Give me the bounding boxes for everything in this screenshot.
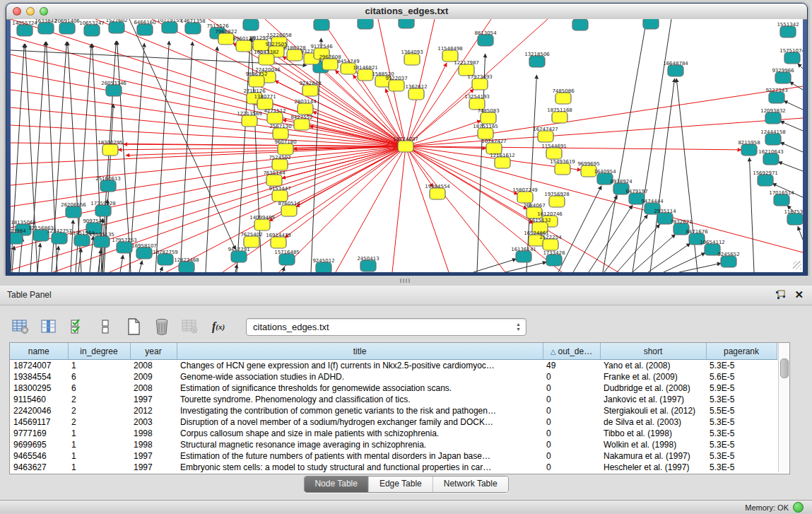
graph-node[interactable] xyxy=(11,233,23,244)
table-cell[interactable]: de Silva et al. (2003) xyxy=(600,416,706,428)
graph-node[interactable] xyxy=(572,19,588,30)
graph-edge[interactable] xyxy=(120,255,123,272)
graph-node[interactable] xyxy=(314,19,329,30)
graph-node[interactable] xyxy=(117,242,132,253)
delete-entries-button[interactable] xyxy=(151,316,172,337)
graph-node[interactable] xyxy=(231,251,247,262)
graph-node[interactable] xyxy=(266,175,282,186)
table-cell[interactable]: 2003 xyxy=(130,416,177,428)
graph-node[interactable] xyxy=(279,254,295,265)
table-cell[interactable]: Stergiakouli et al. (2012) xyxy=(600,405,706,416)
table-cell[interactable]: Structural magnetic resonance image aver… xyxy=(177,439,543,450)
function-builder-button[interactable]: f(x) xyxy=(208,316,229,337)
graph-node[interactable] xyxy=(775,72,791,83)
graph-edge[interactable] xyxy=(406,146,741,150)
table-cell[interactable]: 5.3E-5 xyxy=(706,439,777,450)
table-cell[interactable]: 1998 xyxy=(130,428,177,439)
table-row[interactable]: 1830029562008Estimation of significance … xyxy=(10,382,777,394)
table-cell[interactable]: 2008 xyxy=(130,360,177,372)
table-cell[interactable]: Estimation of the future numbers of pati… xyxy=(177,450,543,462)
graph-node[interactable] xyxy=(408,88,424,100)
table-cell[interactable]: 1 xyxy=(68,462,130,473)
graph-node[interactable] xyxy=(66,206,81,218)
table-cell[interactable]: 19384554 xyxy=(10,371,68,382)
graph-node[interactable] xyxy=(158,254,173,265)
graph-edge[interactable] xyxy=(778,162,803,171)
table-cell[interactable]: 2009 xyxy=(130,371,177,382)
graph-node[interactable] xyxy=(272,190,288,201)
tab-edge-table[interactable]: Edge Table xyxy=(369,477,433,492)
table-cell[interactable]: 14569117 xyxy=(10,416,68,428)
memory-ok-indicator-icon[interactable] xyxy=(793,502,804,513)
graph-edge[interactable] xyxy=(37,243,40,272)
vertical-scrollbar[interactable] xyxy=(778,343,789,472)
column-header-short[interactable]: short xyxy=(600,343,706,360)
table-cell[interactable]: 1 xyxy=(68,450,130,462)
graph-edge[interactable] xyxy=(392,146,406,272)
panel-splitter[interactable] xyxy=(0,276,812,286)
graph-node[interactable] xyxy=(136,247,152,259)
table-row[interactable]: 969969511998Structural magnetic resonanc… xyxy=(10,439,777,450)
column-header-title[interactable]: title xyxy=(177,343,543,360)
graph-edge[interactable] xyxy=(604,215,647,272)
table-cell[interactable]: 5.3E-5 xyxy=(706,360,777,372)
table-cell[interactable]: 6 xyxy=(68,371,130,382)
graph-node[interactable] xyxy=(59,23,75,34)
table-cell[interactable]: Jankovic et al. (1997) xyxy=(600,394,706,405)
graph-edge[interactable] xyxy=(648,243,690,272)
graph-node[interactable] xyxy=(259,54,274,65)
table-row[interactable]: 911546021997Tourette syndrome. Phenomeno… xyxy=(10,394,777,405)
graph-edge[interactable] xyxy=(406,19,435,146)
graph-node[interactable] xyxy=(398,141,413,152)
graph-edge[interactable] xyxy=(789,82,803,90)
table-row[interactable]: 946362711997Embryonic stem cells: a mode… xyxy=(10,462,777,473)
graph-node[interactable] xyxy=(668,65,683,76)
graph-node[interactable] xyxy=(399,19,414,28)
table-cell[interactable]: 1 xyxy=(68,439,130,450)
graph-node[interactable] xyxy=(389,80,404,91)
table-cell[interactable]: 2 xyxy=(68,394,130,405)
table-cell[interactable]: Changes of HCN gene expression and I(f) … xyxy=(177,360,543,372)
graph-node[interactable] xyxy=(294,119,310,130)
table-row[interactable]: 1872400712008Changes of HCN gene express… xyxy=(10,360,777,372)
graph-node[interactable] xyxy=(358,69,373,81)
graph-node[interactable] xyxy=(236,40,252,52)
graph-node[interactable] xyxy=(95,205,111,216)
network-window-titlebar[interactable]: citations_edges.txt xyxy=(6,4,807,20)
table-row[interactable]: 2242004622012Investigating the contribut… xyxy=(10,405,777,416)
graph-node[interactable] xyxy=(769,92,784,103)
column-header-out_de[interactable]: △out_de… xyxy=(543,343,600,360)
graph-node[interactable] xyxy=(763,153,779,165)
table-cell[interactable]: Dudbridge et al. (2008) xyxy=(600,382,706,394)
graph-node[interactable] xyxy=(555,93,571,104)
table-cell[interactable]: 5.3E-5 xyxy=(706,394,777,405)
graph-edge[interactable] xyxy=(679,263,721,272)
table-cell[interactable]: 18300295 xyxy=(10,382,68,394)
graph-node[interactable] xyxy=(549,196,565,207)
graph-node[interactable] xyxy=(244,236,259,247)
graph-edge[interactable] xyxy=(406,63,447,146)
table-cell[interactable]: 0 xyxy=(543,428,600,439)
graph-node[interactable] xyxy=(322,59,338,70)
table-row[interactable]: 946554611997Estimation of the future num… xyxy=(10,450,777,462)
table-cell[interactable]: 1997 xyxy=(130,394,177,405)
table-cell[interactable]: 22420046 xyxy=(10,405,68,416)
table-cell[interactable]: 0 xyxy=(543,405,600,416)
deselect-all-button[interactable] xyxy=(95,316,116,337)
graph-node[interactable] xyxy=(404,54,420,65)
graph-node[interactable] xyxy=(84,25,100,36)
table-cell[interactable]: 9115460 xyxy=(10,394,68,405)
graph-edge[interactable] xyxy=(139,261,142,272)
graph-node[interactable] xyxy=(552,112,567,123)
graph-node[interactable] xyxy=(298,103,313,115)
graph-node[interactable] xyxy=(38,23,54,34)
graph-edge[interactable] xyxy=(505,262,546,272)
graph-edge[interactable] xyxy=(406,146,803,252)
graph-node[interactable] xyxy=(281,205,297,216)
graph-node[interactable] xyxy=(273,128,288,139)
table-cell[interactable]: 5.3E-5 xyxy=(706,428,777,439)
table-cell[interactable]: 5.3E-5 xyxy=(706,462,777,473)
table-cell[interactable]: 2 xyxy=(68,416,130,428)
graph-node[interactable] xyxy=(316,262,331,272)
table-cell[interactable]: 1997 xyxy=(130,462,177,473)
